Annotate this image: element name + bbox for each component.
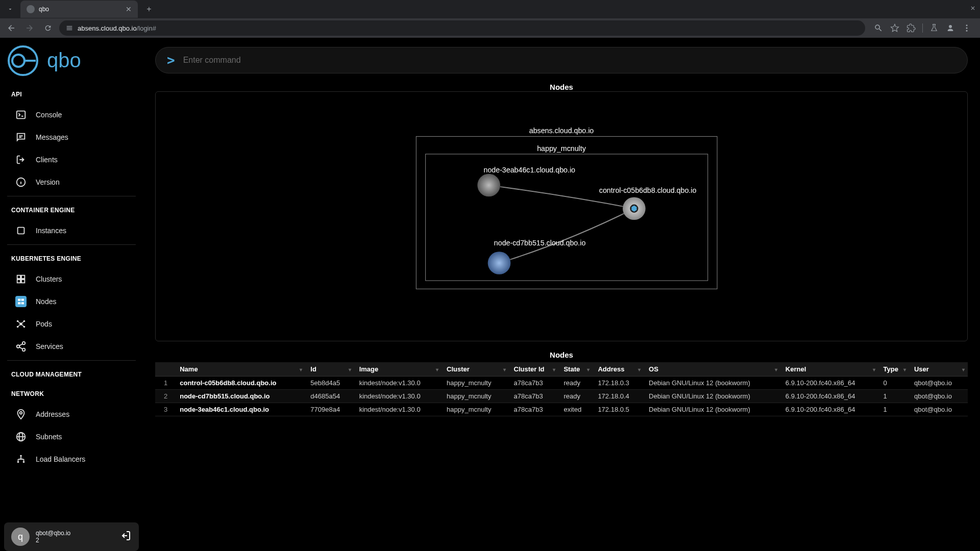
globe-icon (15, 431, 27, 442)
prompt-icon: > (167, 53, 175, 68)
table-cell: 6.9.10-200.fc40.x86_64 (780, 390, 878, 403)
column-header[interactable] (155, 362, 175, 377)
new-tab-button[interactable]: + (142, 2, 156, 16)
logout-button[interactable] (119, 530, 132, 544)
arrow-left-icon (7, 23, 16, 33)
outer-label: absens.cloud.qbo.io (529, 127, 594, 135)
sidebar-item-label: Clients (36, 156, 58, 164)
svg-point-2 (966, 28, 968, 29)
bookmark-icon[interactable] (890, 23, 900, 33)
table-cell: 172.18.0.4 (593, 390, 644, 403)
back-button[interactable] (4, 21, 18, 35)
profile-icon[interactable] (945, 23, 955, 33)
sidebar-item-addresses[interactable]: Addresses (4, 404, 139, 425)
svg-rect-9 (18, 228, 24, 234)
table-cell: 172.18.0.3 (593, 377, 644, 390)
column-header[interactable]: User▾ (909, 362, 968, 377)
svg-text:qbo: qbo (47, 49, 81, 71)
address-bar[interactable]: absens.cloud.qbo.io/login# (59, 20, 865, 36)
menu-icon[interactable] (962, 23, 972, 33)
sort-icon: ▾ (962, 366, 965, 372)
table-body: 1control-c05b6db8.cloud.qbo.io5eb8d4a5ki… (155, 377, 968, 416)
table-cell: 2 (155, 390, 175, 403)
qbo-logo-icon: qbo (6, 44, 101, 78)
table-cell: 3 (155, 403, 175, 416)
user-count: 2 (36, 537, 70, 544)
node-dot-2[interactable] (488, 252, 511, 274)
labs-icon[interactable] (929, 23, 939, 33)
column-header[interactable]: Type▾ (878, 362, 909, 377)
divider (7, 244, 136, 245)
section-k8s: KUBERNETES ENGINE (0, 248, 143, 267)
column-header[interactable]: Id▾ (305, 362, 354, 377)
sidebar-item-label: Pods (36, 320, 52, 328)
sidebar-item-instances[interactable]: Instances (4, 220, 139, 241)
table-cell: ready (558, 377, 593, 390)
sidebar-item-messages[interactable]: Messages (4, 127, 139, 148)
reload-button[interactable] (41, 21, 55, 35)
table-cell: Debian GNU/Linux 12 (bookworm) (644, 403, 780, 416)
sort-icon: ▾ (775, 366, 777, 372)
column-header[interactable]: Kernel▾ (780, 362, 878, 377)
user-info: qbot@qbo.io 2 (36, 530, 70, 544)
column-header[interactable]: Cluster▾ (442, 362, 509, 377)
sidebar-item-label: Subnets (36, 433, 62, 441)
tab-title: qbo (39, 6, 49, 13)
sort-icon: ▾ (587, 366, 590, 372)
forward-button[interactable] (22, 21, 37, 35)
table-cell: happy_mcnulty (442, 390, 509, 403)
table-row[interactable]: 2node-cd7bb515.cloud.qbo.iod4685a54kinde… (155, 390, 968, 403)
table-row[interactable]: 1control-c05b6db8.cloud.qbo.io5eb8d4a5ki… (155, 377, 968, 390)
sidebar-item-console[interactable]: Console (4, 104, 139, 126)
sidebar-item-services[interactable]: Services (4, 336, 139, 357)
column-header[interactable]: Address▾ (593, 362, 644, 377)
svg-rect-7 (17, 111, 26, 119)
nodes-icon (15, 296, 27, 307)
svg-point-29 (20, 455, 22, 457)
node1-label: node-3eab46c1.cloud.qbo.io (484, 166, 576, 174)
separator (922, 23, 923, 33)
svg-point-26 (20, 412, 22, 414)
table-cell: exited (558, 403, 593, 416)
sidebar-item-version[interactable]: Version (4, 171, 139, 193)
logo[interactable]: qbo (0, 38, 143, 84)
sidebar-item-load-balancers[interactable]: Load Balancers (4, 448, 139, 470)
close-icon (970, 5, 976, 11)
table-cell: happy_mcnulty (442, 377, 509, 390)
chat-icon (15, 132, 27, 143)
svg-point-30 (17, 461, 19, 463)
browser-tab[interactable]: qbo ✕ (20, 1, 138, 18)
table-title: Nodes (155, 350, 968, 359)
command-bar[interactable]: > (155, 47, 968, 73)
viz-title: Nodes (155, 83, 968, 91)
sidebar-item-nodes[interactable]: Nodes (4, 291, 139, 312)
avatar[interactable]: q (11, 528, 30, 546)
section-cloud: CLOUD MANAGEMENT (0, 364, 143, 383)
column-header[interactable]: Image▾ (354, 362, 442, 377)
topology-panel[interactable]: absens.cloud.qbo.io happy_mcnulty node-3… (155, 91, 968, 341)
sidebar-item-clients[interactable]: Clients (4, 149, 139, 170)
table-section: Nodes Name▾Id▾Image▾Cluster▾Cluster Id▾S… (155, 350, 968, 416)
zoom-icon[interactable] (873, 23, 884, 33)
pin-icon (15, 409, 27, 420)
table-cell: 1 (878, 390, 909, 403)
sidebar-item-subnets[interactable]: Subnets (4, 426, 139, 447)
column-header[interactable]: Cluster Id▾ (509, 362, 559, 377)
table-cell: kindest/node:v1.30.0 (354, 403, 442, 416)
balance-icon (15, 454, 27, 465)
tab-search-dropdown[interactable] (4, 3, 16, 15)
sidebar: qbo API Console Messages Clients Version… (0, 38, 143, 551)
tab-close-button[interactable]: ✕ (126, 5, 132, 13)
column-header[interactable]: State▾ (558, 362, 593, 377)
column-header[interactable]: OS▾ (644, 362, 780, 377)
table-row[interactable]: 3node-3eab46c1.cloud.qbo.io7709e8a4kinde… (155, 403, 968, 416)
table-cell: ready (558, 390, 593, 403)
chevron-down-icon (7, 6, 13, 12)
grid-icon (15, 273, 27, 285)
command-input[interactable] (183, 56, 956, 65)
column-header[interactable]: Name▾ (175, 362, 305, 377)
sidebar-item-clusters[interactable]: Clusters (4, 268, 139, 290)
window-close-button[interactable] (970, 4, 976, 13)
sidebar-item-pods[interactable]: Pods (4, 313, 139, 335)
extensions-icon[interactable] (906, 23, 916, 33)
